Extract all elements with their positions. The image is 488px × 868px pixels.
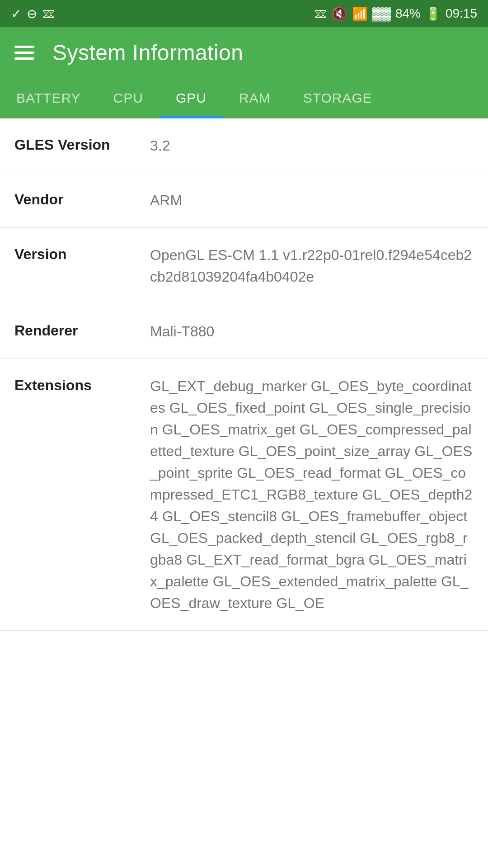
- tab-ram[interactable]: RAM: [223, 78, 287, 118]
- status-bar: ✓ ⊖ ⯴ ⯴ 🔇 📶 ▓▓ 84% 🔋 09:15: [0, 0, 488, 27]
- renderer-label: Renderer: [14, 321, 150, 339]
- battery-label: 84%: [395, 6, 421, 21]
- renderer-row: Renderer Mali-T880: [0, 304, 488, 359]
- extensions-value: GL_EXT_debug_marker GL_OES_byte_coordina…: [150, 375, 474, 614]
- toolbar: System Information: [0, 27, 488, 78]
- gpu-info-content: GLES Version 3.2 Vendor ARM Version Open…: [0, 118, 488, 631]
- renderer-value: Mali-T880: [150, 321, 474, 342]
- version-label: Version: [14, 244, 150, 263]
- menu-button[interactable]: [14, 46, 34, 60]
- tab-battery[interactable]: BATTERY: [0, 78, 97, 118]
- vendor-value: ARM: [150, 189, 474, 211]
- tab-gpu[interactable]: GPU: [160, 78, 223, 118]
- vendor-row: Vendor ARM: [0, 173, 488, 228]
- bluetooth-icon: ⯴: [42, 6, 55, 21]
- extensions-label: Extensions: [14, 375, 150, 394]
- battery-icon: 🔋: [425, 6, 441, 21]
- gles-version-row: GLES Version 3.2: [0, 118, 488, 173]
- tab-storage[interactable]: STORAGE: [287, 78, 389, 118]
- tab-bar: BATTERY CPU GPU RAM STORAGE: [0, 78, 488, 118]
- gles-version-label: GLES Version: [14, 135, 150, 153]
- extensions-row: Extensions GL_EXT_debug_marker GL_OES_by…: [0, 359, 488, 631]
- mute-icon: 🔇: [332, 6, 347, 21]
- notification-icon-1: ✓: [11, 6, 21, 21]
- version-value: OpenGL ES-CM 1.1 v1.r22p0-01rel0.f294e54…: [150, 244, 474, 288]
- time-label: 09:15: [446, 6, 477, 21]
- notification-icon-2: ⊖: [27, 6, 37, 21]
- gles-version-value: 3.2: [150, 135, 474, 156]
- vendor-label: Vendor: [14, 189, 150, 208]
- toolbar-title: System Information: [52, 40, 243, 65]
- version-row: Version OpenGL ES-CM 1.1 v1.r22p0-01rel0…: [0, 228, 488, 304]
- bluetooth-status-icon: ⯴: [314, 6, 327, 21]
- status-right-icons: ⯴ 🔇 📶 ▓▓ 84% 🔋 09:15: [314, 6, 477, 21]
- wifi-icon: 📶: [352, 6, 368, 21]
- status-left-icons: ✓ ⊖ ⯴: [11, 6, 55, 21]
- tab-cpu[interactable]: CPU: [97, 78, 160, 118]
- signal-icon: ▓▓: [372, 6, 391, 21]
